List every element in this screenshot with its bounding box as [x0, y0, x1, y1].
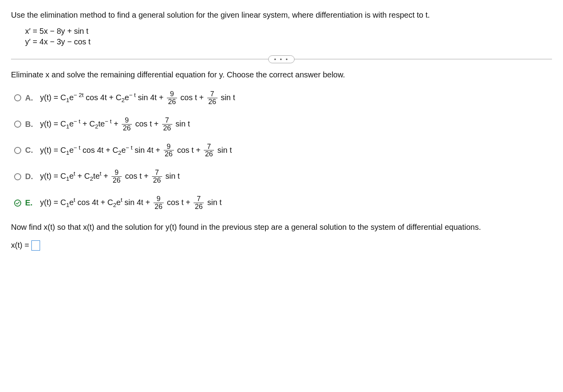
follow-up-text: Now find x(t) so that x(t) and the solut… — [11, 222, 552, 233]
choice-label-D: D. — [25, 172, 36, 181]
question-text: Use the elimination method to find a gen… — [11, 9, 552, 20]
choice-E[interactable]: E. y(t) = C1et cos 4t + C2et sin 4t + 92… — [14, 195, 552, 211]
choice-label-B: B. — [25, 120, 36, 129]
choice-C[interactable]: C. y(t) = C1e− t cos 4t + C2e− t sin 4t … — [14, 143, 552, 158]
radio-E[interactable] — [14, 200, 21, 207]
equation-1: x′ = 5x − 8y + sin t — [25, 27, 552, 36]
choice-expression-E: y(t) = C1et cos 4t + C2et sin 4t + 926 c… — [40, 195, 222, 211]
answer-row: x(t) = — [11, 240, 552, 251]
radio-C[interactable] — [14, 147, 21, 154]
system-equations: x′ = 5x − 8y + sin t y′ = 4x − 3y − cos … — [25, 27, 552, 46]
check-icon — [15, 200, 20, 206]
choice-label-C: C. — [25, 146, 36, 155]
radio-A[interactable] — [14, 94, 21, 101]
choice-A[interactable]: A. y(t) = C1e− 2t cos 4t + C2e− t sin 4t… — [14, 90, 552, 106]
choice-expression-D: y(t) = C1et + C2tet + 926 cos t + 726 si… — [40, 169, 180, 184]
section-divider: • • • — [11, 59, 552, 59]
answer-label: x(t) = — [11, 241, 29, 250]
choice-expression-B: y(t) = C1e− t + C2te− t + 926 cos t + 72… — [40, 117, 190, 132]
expand-dots[interactable]: • • • — [268, 55, 294, 63]
answer-input[interactable] — [31, 240, 40, 251]
choice-label-E: E. — [25, 198, 36, 207]
choice-list: A. y(t) = C1e− 2t cos 4t + C2e− t sin 4t… — [14, 90, 552, 211]
choice-label-A: A. — [25, 93, 36, 103]
choice-expression-A: y(t) = C1e− 2t cos 4t + C2e− t sin 4t + … — [40, 90, 235, 106]
choice-D[interactable]: D. y(t) = C1et + C2tet + 926 cos t + 726… — [14, 169, 552, 184]
radio-B[interactable] — [14, 121, 21, 128]
choice-B[interactable]: B. y(t) = C1e− t + C2te− t + 926 cos t +… — [14, 117, 552, 132]
choice-expression-C: y(t) = C1e− t cos 4t + C2e− t sin 4t + 9… — [40, 143, 232, 158]
equation-2: y′ = 4x − 3y − cos t — [25, 37, 552, 46]
radio-D[interactable] — [14, 173, 21, 180]
sub-prompt: Eliminate x and solve the remaining diff… — [11, 70, 552, 79]
